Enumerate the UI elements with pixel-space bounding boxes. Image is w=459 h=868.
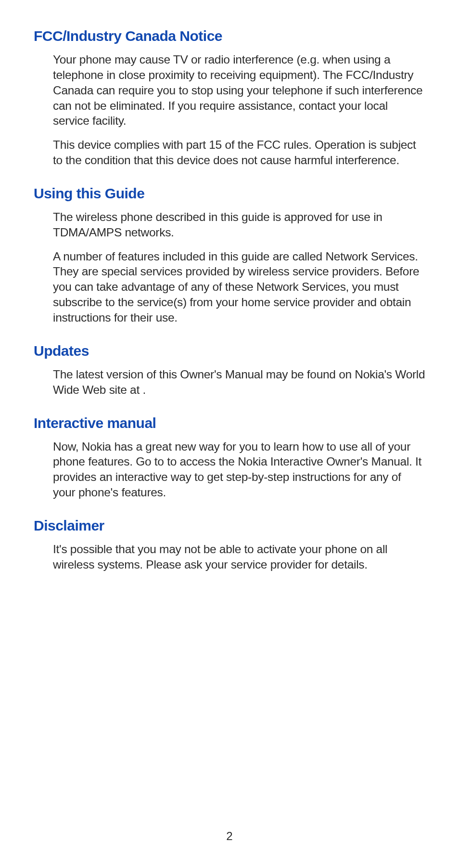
heading-fcc-notice: FCC/Industry Canada Notice: [34, 28, 425, 44]
section-fcc-notice: FCC/Industry Canada Notice Your phone ma…: [34, 28, 425, 168]
paragraph-text: The wireless phone described in this gui…: [53, 209, 425, 240]
section-disclaimer: Disclaimer It's possible that you may no…: [34, 518, 425, 572]
paragraph-text: A number of features included in this gu…: [53, 249, 425, 325]
paragraph-text: Your phone may cause TV or radio interfe…: [53, 52, 425, 129]
paragraph-text: Now, Nokia has a great new way for you t…: [53, 439, 425, 500]
heading-using-guide: Using this Guide: [34, 185, 425, 202]
heading-disclaimer: Disclaimer: [34, 518, 425, 534]
paragraph-text: The latest version of this Owner's Manua…: [53, 367, 425, 398]
section-interactive-manual: Interactive manual Now, Nokia has a grea…: [34, 415, 425, 500]
section-using-guide: Using this Guide The wireless phone desc…: [34, 185, 425, 325]
section-updates: Updates The latest version of this Owner…: [34, 343, 425, 398]
paragraph-text: This device complies with part 15 of the…: [53, 137, 425, 168]
heading-interactive-manual: Interactive manual: [34, 415, 425, 431]
page-number: 2: [0, 829, 459, 843]
paragraph-text: It's possible that you may not be able t…: [53, 542, 425, 572]
heading-updates: Updates: [34, 343, 425, 359]
